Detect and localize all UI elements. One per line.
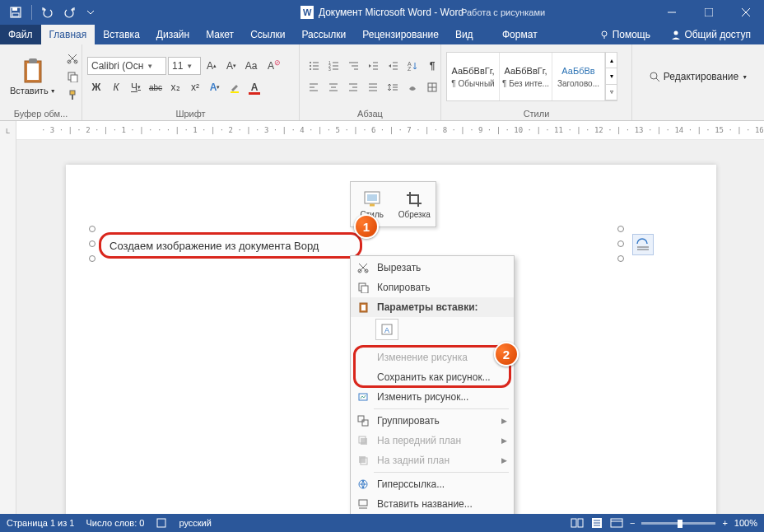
tab-layout[interactable]: Макет (198, 25, 242, 44)
print-layout-button[interactable] (590, 517, 603, 529)
redo-button[interactable] (60, 3, 78, 21)
superscript-button[interactable]: x² (186, 78, 204, 96)
strike-button[interactable]: abc (147, 78, 165, 96)
share-button[interactable]: Общий доступ (664, 25, 757, 44)
bullets-button[interactable] (305, 57, 323, 75)
ruler-vertical[interactable] (0, 140, 16, 514)
increase-indent-button[interactable] (384, 57, 402, 75)
subscript-button[interactable]: x₂ (166, 78, 184, 96)
sort-button[interactable]: AZ (403, 57, 422, 75)
copy-icon (67, 71, 78, 82)
group-clipboard-label: Буфер обм... (0, 109, 82, 120)
send-back-icon (357, 455, 369, 466)
tab-home[interactable]: Главная (41, 25, 96, 44)
bold-button[interactable]: Ж (87, 78, 105, 96)
save-button[interactable] (7, 3, 25, 21)
maximize-button[interactable] (690, 0, 727, 24)
underline-button[interactable]: Ч▾ (127, 78, 145, 96)
status-page[interactable]: Страница 1 из 1 (7, 518, 74, 528)
layout-options-button[interactable] (632, 234, 654, 255)
decrease-indent-button[interactable] (364, 57, 382, 75)
style-normal[interactable]: АаБбВвГг,¶ Обычный (447, 53, 500, 100)
italic-button[interactable]: К (107, 78, 125, 96)
close-button[interactable] (727, 0, 764, 24)
shrink-font-button[interactable]: A▾ (222, 57, 240, 75)
align-center-button[interactable] (324, 78, 342, 96)
cut-button[interactable] (64, 50, 81, 67)
borders-button[interactable] (423, 78, 441, 96)
ruler-horizontal[interactable]: L · 3 · | · 2 · | · 1 · | · · · | · 1 · … (0, 121, 764, 140)
multilevel-button[interactable] (344, 57, 362, 75)
handle-tl[interactable] (89, 226, 96, 232)
line-spacing-button[interactable] (384, 78, 402, 96)
align-right-button[interactable] (344, 78, 362, 96)
contextual-tool-label: Работа с рисунками (461, 7, 545, 17)
undo-button[interactable] (39, 3, 57, 21)
clear-format-button[interactable]: A⊘ (262, 57, 280, 75)
ctx-group[interactable]: Группировать▶ (351, 411, 514, 431)
tab-insert[interactable]: Вставка (95, 25, 148, 44)
align-left-button[interactable] (305, 78, 323, 96)
ribbon-tabs: Файл Главная Вставка Дизайн Макет Ссылки… (0, 24, 764, 44)
zoom-level[interactable]: 100% (734, 518, 757, 528)
web-layout-button[interactable] (610, 517, 623, 529)
ctx-insert-caption[interactable]: Вставить название... (351, 494, 514, 514)
minimize-button[interactable] (653, 0, 690, 24)
handle-bl[interactable] (89, 255, 96, 262)
change-picture-icon (357, 391, 369, 403)
style-heading[interactable]: АаБбВвЗаголово... (552, 53, 605, 100)
change-case-button[interactable]: Aa (242, 57, 260, 75)
style-nospacing[interactable]: АаБбВвГг,¶ Без инте... (500, 53, 552, 100)
editing-dropdown[interactable]: Редактирование ▼ (642, 68, 754, 86)
quick-access-toolbar (0, 3, 100, 21)
copy-button[interactable] (64, 68, 81, 85)
font-name-combo[interactable]: Calibri (Осн▼ (87, 57, 166, 75)
ctx-highlight (353, 345, 511, 388)
grow-font-button[interactable]: A▴ (203, 57, 221, 75)
qat-customize-button[interactable] (82, 3, 100, 21)
ctx-hyperlink[interactable]: Гиперссылка... (351, 474, 514, 494)
link-icon (357, 478, 369, 490)
handle-mr[interactable] (617, 240, 624, 247)
spellcheck-icon[interactable] (156, 517, 167, 529)
ctx-cut[interactable]: Вырезать (351, 258, 514, 278)
format-painter-button[interactable] (64, 86, 81, 103)
tell-me-button[interactable]: Помощь (593, 25, 657, 44)
tab-review[interactable]: Рецензирование (354, 25, 447, 44)
status-words[interactable]: Число слов: 0 (86, 518, 144, 528)
zoom-slider[interactable] (641, 522, 715, 525)
handle-br[interactable] (617, 255, 624, 262)
status-language[interactable]: русский (179, 518, 211, 528)
styles-gallery[interactable]: АаБбВвГг,¶ Обычный АаБбВвГг,¶ Без инте..… (446, 52, 617, 101)
tab-references[interactable]: Ссылки (242, 25, 293, 44)
tab-view[interactable]: Вид (447, 25, 482, 44)
callout-2: 2 (494, 342, 519, 366)
font-size-combo[interactable]: 11▼ (168, 57, 201, 75)
paste-button[interactable]: Вставить▼ (5, 56, 61, 97)
styles-expand[interactable]: ▴▾▿ (605, 53, 617, 100)
tab-mailings[interactable]: Рассылки (293, 25, 354, 44)
shading-button[interactable] (403, 78, 422, 96)
show-marks-button[interactable]: ¶ (423, 57, 441, 75)
ctx-copy[interactable]: Копировать (351, 278, 514, 297)
font-color-button[interactable]: A (245, 78, 263, 96)
group-paragraph: 123 AZ ¶ Абзац (300, 44, 441, 120)
caption-icon (357, 498, 369, 510)
title-bar: W Документ Microsoft Word - Word Работа … (0, 0, 764, 24)
text-effects-button[interactable]: A▾ (206, 78, 224, 96)
highlight-button[interactable] (226, 78, 244, 96)
justify-button[interactable] (364, 78, 382, 96)
ruler-corner[interactable]: L (0, 121, 16, 140)
tab-file[interactable]: Файл (0, 25, 41, 44)
ctx-change-image[interactable]: Изменить рисунок... (351, 387, 514, 407)
zoom-out-button[interactable]: − (630, 518, 635, 528)
zoom-in-button[interactable]: + (722, 518, 727, 528)
handle-tr[interactable] (617, 226, 624, 232)
handle-ml[interactable] (89, 240, 96, 247)
tab-design[interactable]: Дизайн (148, 25, 198, 44)
numbering-button[interactable]: 123 (324, 57, 342, 75)
tab-format[interactable]: Формат (494, 25, 546, 44)
mini-crop-button[interactable]: Обрезка (394, 182, 436, 226)
ctx-paste-picture[interactable]: A (375, 319, 398, 340)
read-mode-button[interactable] (571, 517, 584, 529)
